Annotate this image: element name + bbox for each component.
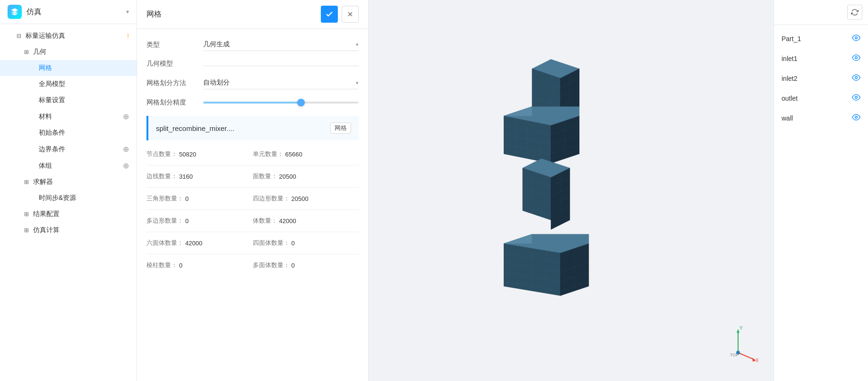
part-name: inlet1	[782, 55, 797, 62]
stat-quad-count: 四边形数量： 20500	[253, 194, 359, 203]
stat-value: 65660	[285, 151, 302, 158]
sidebar-item-solver[interactable]: ⊞ 求解器	[0, 174, 137, 190]
sidebar-item-mesh[interactable]: 网格	[0, 60, 137, 76]
sidebar-item-label: 时间步&资源	[39, 194, 129, 202]
type-select-value: 几何生成	[203, 40, 230, 49]
svg-line-62	[738, 353, 755, 360]
sidebar-item-boundary-conditions[interactable]: 边界条件 ⊕	[0, 141, 137, 157]
expand-icon: ⊞	[23, 227, 30, 234]
expand-icon: ⊞	[23, 179, 30, 185]
stat-divider	[146, 232, 359, 232]
stat-label: 节点数量：	[146, 150, 177, 158]
stat-divider	[146, 187, 359, 188]
stat-value: 42000	[185, 240, 202, 247]
stat-label: 多面体数量：	[253, 261, 290, 269]
sidebar-item-label: 标量运输仿真	[26, 32, 125, 40]
stat-polygon-count: 多边形数量： 0	[146, 216, 253, 225]
part-item-wall[interactable]: wall	[774, 108, 868, 128]
sidebar-item-sim-compute[interactable]: ⊞ 仿真计算	[0, 222, 137, 238]
stat-value: 42000	[279, 217, 296, 225]
type-row: 类型 几何生成 ▾	[146, 38, 359, 51]
mesh-close-button[interactable]	[342, 6, 359, 23]
slider-track	[203, 102, 359, 104]
precision-row: 网格划分精度	[146, 98, 359, 107]
sidebar-item-materials[interactable]: 材料 ⊕	[0, 108, 137, 125]
precision-label: 网格划分精度	[146, 98, 203, 107]
part-item-inlet2[interactable]: inlet2	[774, 69, 868, 88]
collapse-icon: ⊟	[15, 33, 23, 39]
part-item-part1[interactable]: Part_1	[774, 29, 868, 49]
stat-edge-count: 边线数量： 3160	[146, 172, 253, 181]
mesh-method-select[interactable]: 自动划分 ▾	[203, 77, 359, 89]
parts-list: Part_1 inlet1 inlet2	[774, 25, 868, 132]
sidebar-item-time-step[interactable]: 时间步&资源	[0, 190, 137, 206]
mesh-method-value: 自动划分	[203, 78, 230, 87]
sidebar-item-label: 体组	[39, 162, 121, 170]
eye-icon[interactable]	[852, 73, 860, 84]
right-panel: Part_1 inlet1 inlet2	[773, 0, 868, 381]
add-body-group-icon[interactable]: ⊕	[123, 161, 129, 170]
stat-label: 体数量：	[253, 216, 277, 225]
stat-tet-count: 四面体数量： 0	[253, 239, 359, 247]
sidebar-item-scalar-transport[interactable]: ⊟ 标量运输仿真 !	[0, 28, 137, 44]
type-label: 类型	[146, 41, 203, 49]
sidebar-item-scalar-settings[interactable]: 标量设置	[0, 92, 137, 108]
part-name: Part_1	[782, 35, 801, 43]
add-boundary-icon[interactable]: ⊕	[123, 145, 129, 154]
stat-value: 0	[185, 195, 189, 202]
slider-thumb[interactable]	[297, 99, 305, 106]
mesh-stats-grid: 节点数量： 50820 单元数量： 65660 边线数量： 3160 面数量： …	[146, 150, 359, 269]
sidebar-item-body-groups[interactable]: 体组 ⊕	[0, 157, 137, 174]
main-viewport: Y X TOP	[369, 0, 773, 381]
stat-divider	[146, 254, 359, 254]
file-card-name: split_recombine_mixer....	[156, 124, 234, 132]
svg-point-68	[855, 57, 858, 59]
eye-icon[interactable]	[852, 53, 860, 64]
axis-indicator: Y X TOP	[717, 324, 759, 367]
mesh-method-arrow: ▾	[356, 80, 359, 86]
mesh-method-label: 网格划分方法	[146, 79, 203, 87]
geometry-model-input[interactable]	[203, 62, 359, 66]
refresh-button[interactable]	[847, 5, 862, 20]
sidebar-item-result-config[interactable]: ⊞ 结果配置	[0, 206, 137, 222]
sidebar-collapse-arrow[interactable]: ▾	[126, 9, 129, 15]
stat-node-count: 节点数量： 50820	[146, 150, 253, 158]
sidebar-item-geometry[interactable]: ⊞ 几何	[0, 44, 137, 60]
type-select[interactable]: 几何生成 ▾	[203, 38, 359, 51]
3d-model-svg	[504, 50, 627, 343]
3d-viewport[interactable]: Y X TOP	[369, 0, 773, 381]
type-dropdown-arrow: ▾	[356, 42, 359, 48]
mesh-panel-title: 网格	[146, 9, 321, 19]
mesh-panel-header: 网格	[137, 0, 368, 29]
eye-icon[interactable]	[852, 34, 860, 44]
sidebar-item-label: 材料	[39, 113, 121, 121]
precision-slider[interactable]	[203, 98, 359, 107]
warn-icon: !	[127, 32, 129, 40]
stat-label: 三角形数量：	[146, 194, 183, 203]
part-item-outlet[interactable]: outlet	[774, 88, 868, 108]
stat-value: 0	[292, 262, 295, 269]
svg-text:Y: Y	[739, 326, 743, 331]
stat-prism-count: 棱柱数量： 0	[146, 261, 253, 269]
stat-label: 多边形数量：	[146, 216, 183, 225]
svg-point-67	[855, 37, 858, 39]
stat-volume-count: 体数量： 42000	[253, 216, 359, 225]
part-item-inlet1[interactable]: inlet1	[774, 49, 868, 69]
expand-icon: ⊞	[23, 49, 30, 55]
stat-value: 20500	[292, 195, 309, 202]
sidebar-item-label: 标量设置	[39, 96, 129, 104]
stat-value: 0	[292, 240, 295, 247]
add-materials-icon[interactable]: ⊕	[123, 112, 129, 121]
stat-label: 边线数量：	[146, 172, 177, 181]
stat-value: 50820	[179, 151, 196, 158]
svg-point-71	[855, 116, 858, 119]
sidebar-item-global-model[interactable]: 全局模型	[0, 76, 137, 92]
eye-icon[interactable]	[852, 93, 860, 104]
sidebar-item-initial-conditions[interactable]: 初始条件	[0, 125, 137, 141]
geometry-model-label: 几何模型	[146, 60, 203, 68]
stat-face-count: 面数量： 20500	[253, 172, 359, 181]
mesh-confirm-button[interactable]	[321, 6, 338, 23]
sidebar-item-label: 初始条件	[39, 129, 129, 137]
eye-icon[interactable]	[852, 113, 860, 123]
mesh-method-row: 网格划分方法 自动划分 ▾	[146, 77, 359, 89]
